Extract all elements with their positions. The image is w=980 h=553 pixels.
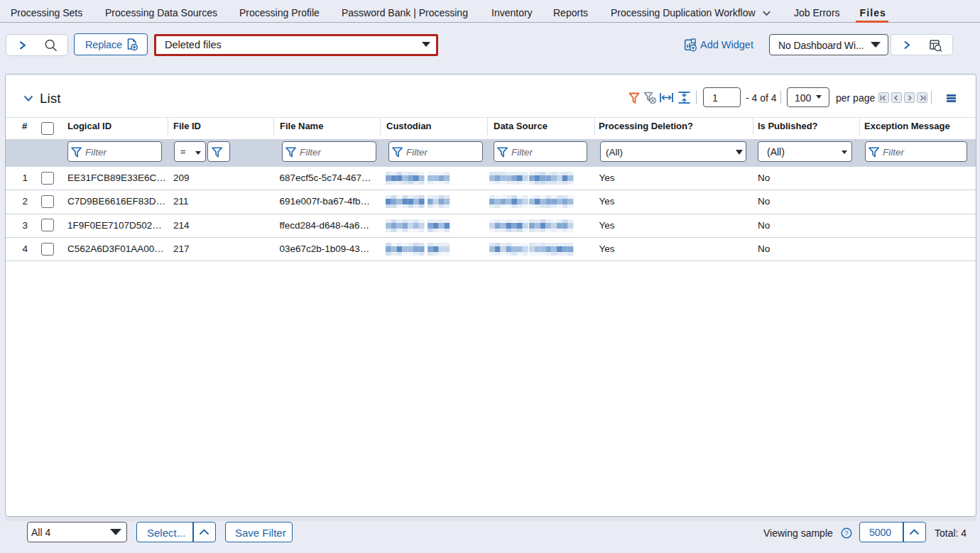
svg-text:?: ? xyxy=(844,530,848,537)
